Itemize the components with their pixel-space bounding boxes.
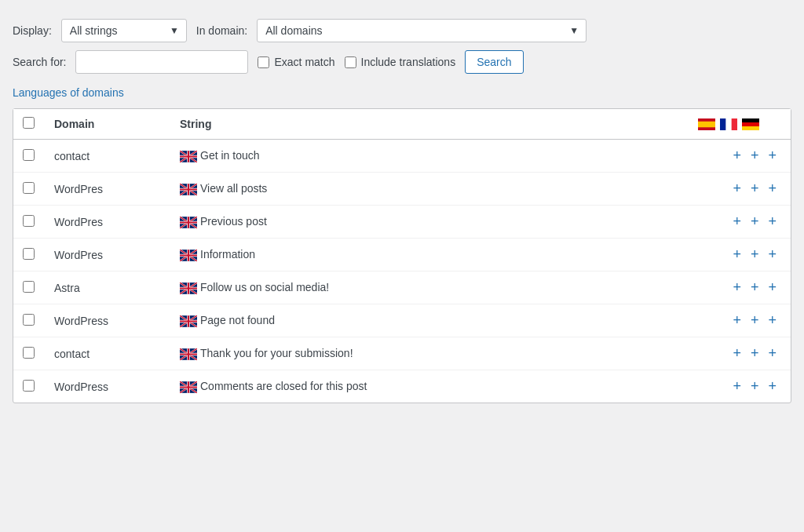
table-header-row: Domain String <box>13 109 791 140</box>
search-input[interactable] <box>75 50 248 74</box>
string-cell: Page not found <box>170 304 583 337</box>
add-translation-button[interactable]: + <box>746 246 764 263</box>
string-text: Thank you for your submission! <box>200 347 353 359</box>
include-translations-checkbox[interactable] <box>345 56 356 68</box>
add-translation-cell: +++ <box>583 239 791 271</box>
row-checkbox[interactable] <box>23 314 35 326</box>
domain-label: In domain: <box>196 24 247 37</box>
add-translation-button[interactable]: + <box>746 148 764 164</box>
include-translations-label[interactable]: Include translations <box>345 56 456 68</box>
uk-flag-icon <box>180 348 197 360</box>
string-text: Previous post <box>200 215 267 228</box>
add-translation-cell: +++ <box>583 206 791 239</box>
display-select[interactable]: All strings Translated Untranslated <box>61 19 187 42</box>
add-translation-button[interactable]: + <box>728 180 746 197</box>
add-translation-button[interactable]: + <box>763 312 781 329</box>
add-translation-button[interactable]: + <box>728 279 746 296</box>
string-cell: Follow us on social media! <box>170 271 583 304</box>
exact-match-label[interactable]: Exact match <box>258 56 334 68</box>
row-checkbox-cell <box>13 271 45 304</box>
add-translation-button[interactable]: + <box>746 345 764 362</box>
uk-flag-icon <box>180 381 197 393</box>
table-row: WordPres Information+++ <box>13 239 791 271</box>
display-select-wrapper: All strings Translated Untranslated ▼ <box>61 19 187 42</box>
fr-flag-header-icon <box>720 118 737 130</box>
add-translation-button[interactable]: + <box>746 378 764 395</box>
add-translation-button[interactable]: + <box>763 213 781 230</box>
domain-cell: WordPress <box>45 370 170 403</box>
add-translation-button[interactable]: + <box>763 246 781 263</box>
add-translation-button[interactable]: + <box>763 345 781 362</box>
main-container: Display: All strings Translated Untransl… <box>0 0 804 532</box>
svg-rect-4 <box>720 118 725 130</box>
string-text: Follow us on social media! <box>200 281 329 293</box>
string-cell: View all posts <box>170 173 583 206</box>
add-translation-button[interactable]: + <box>763 148 781 164</box>
row-checkbox[interactable] <box>23 380 35 392</box>
add-translation-button[interactable]: + <box>746 312 764 329</box>
string-text: Comments are closed for this post <box>200 380 367 392</box>
domain-cell: contact <box>45 337 170 370</box>
string-cell: Comments are closed for this post <box>170 370 583 403</box>
domain-select[interactable]: All domains contact WordPres Astra WordP… <box>257 19 587 42</box>
row-checkbox-cell <box>13 370 45 403</box>
row-checkbox-cell <box>13 304 45 337</box>
add-translation-cell: +++ <box>583 271 791 304</box>
uk-flag-icon <box>180 151 197 162</box>
add-translation-button[interactable]: + <box>746 213 764 230</box>
uk-flag-icon <box>180 282 197 294</box>
row-checkbox-cell <box>13 173 45 206</box>
table-row: contact Get in touch+++ <box>13 140 791 173</box>
row-checkbox[interactable] <box>23 347 35 359</box>
row-checkbox-cell <box>13 206 45 239</box>
domain-cell: WordPress <box>45 304 170 337</box>
add-translation-button[interactable]: + <box>728 378 746 395</box>
row-checkbox-cell <box>13 239 45 271</box>
toolbar-row2: Search for: Exact match Include translat… <box>13 50 791 74</box>
row-checkbox[interactable] <box>23 149 35 161</box>
add-translation-button[interactable]: + <box>728 312 746 329</box>
domain-cell: Astra <box>45 271 170 304</box>
table-row: Astra Follow us on social media!+++ <box>13 271 791 304</box>
uk-flag-icon <box>180 217 197 228</box>
exact-match-text: Exact match <box>274 56 334 68</box>
add-translation-cell: +++ <box>583 304 791 337</box>
search-button[interactable]: Search <box>465 50 523 74</box>
row-checkbox[interactable] <box>23 248 35 260</box>
display-label: Display: <box>13 24 52 37</box>
row-checkbox-cell <box>13 337 45 370</box>
row-checkbox-cell <box>13 140 45 173</box>
languages-link[interactable]: Languages of domains <box>13 86 124 99</box>
add-translation-button[interactable]: + <box>728 213 746 230</box>
add-translation-button[interactable]: + <box>763 180 781 197</box>
svg-rect-7 <box>742 118 759 122</box>
add-translation-cell: +++ <box>583 337 791 370</box>
string-cell: Information <box>170 239 583 271</box>
row-checkbox[interactable] <box>23 182 35 194</box>
row-checkbox[interactable] <box>23 281 35 293</box>
add-translation-button[interactable]: + <box>728 345 746 362</box>
exact-match-checkbox[interactable] <box>258 56 269 68</box>
toolbar: Display: All strings Translated Untransl… <box>13 13 791 83</box>
add-translation-button[interactable]: + <box>763 378 781 395</box>
flags-header <box>583 109 791 140</box>
table-row: WordPres View all posts+++ <box>13 173 791 206</box>
add-translation-button[interactable]: + <box>763 279 781 296</box>
table-body: contact Get in touch+++WordPres View all… <box>13 140 791 403</box>
row-checkbox[interactable] <box>23 215 35 227</box>
add-translation-button[interactable]: + <box>728 148 746 164</box>
string-cell: Get in touch <box>170 140 583 173</box>
uk-flag-icon <box>180 184 197 195</box>
add-translation-button[interactable]: + <box>746 180 764 197</box>
table-row: contact Thank you for your submission!++… <box>13 337 791 370</box>
domain-cell: contact <box>45 140 170 173</box>
domain-header: Domain <box>45 109 170 140</box>
table-row: WordPres Previous post+++ <box>13 206 791 239</box>
select-all-header <box>13 109 45 140</box>
add-translation-button[interactable]: + <box>728 246 746 263</box>
add-translation-button[interactable]: + <box>746 279 764 296</box>
es-flag-header-icon <box>698 118 715 130</box>
search-label: Search for: <box>13 56 66 68</box>
select-all-checkbox[interactable] <box>23 117 35 129</box>
uk-flag-icon <box>180 250 197 261</box>
